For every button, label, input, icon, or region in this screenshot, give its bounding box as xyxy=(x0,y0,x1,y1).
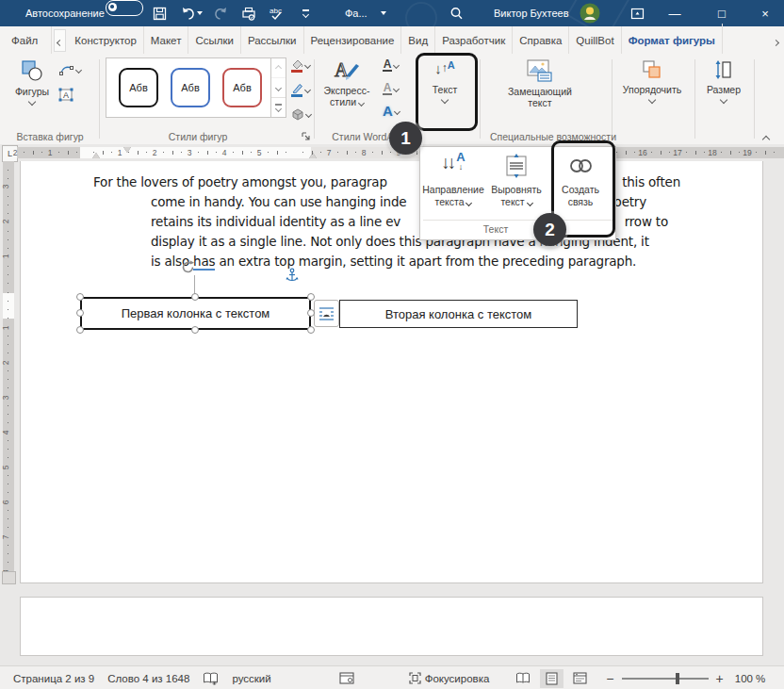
h-ruler-number: 17 xyxy=(673,148,681,157)
document-name-dropdown-icon[interactable] xyxy=(377,0,390,26)
document-name[interactable]: Фа... xyxy=(345,0,368,26)
arrange-button[interactable]: Упорядочить xyxy=(617,59,687,103)
gallery-scroll xyxy=(270,58,286,117)
window-minimize-button[interactable]: — xyxy=(656,0,694,26)
shape-style-3[interactable]: Абв xyxy=(222,68,262,107)
page-indicator[interactable]: Страница 2 из 9 xyxy=(13,673,94,684)
tab-developer[interactable]: Разработчик xyxy=(435,26,513,54)
resize-handle-w[interactable] xyxy=(76,309,84,317)
tab-quillbot[interactable]: QuillBot xyxy=(569,26,621,54)
tab-help[interactable]: Справка xyxy=(513,26,569,54)
shape-style-2[interactable]: Абв xyxy=(171,68,210,107)
zoom-slider[interactable] xyxy=(622,678,709,680)
resize-handle-sw[interactable] xyxy=(76,326,84,334)
zoom-in-icon[interactable]: + xyxy=(716,671,724,686)
first-line-indent-marker[interactable] xyxy=(123,147,131,153)
text-effects-button[interactable]: А xyxy=(383,107,400,116)
ribbon-tabs: ФайлКонструкторМакетСсылкиРассылкиРеценз… xyxy=(0,26,723,54)
autosave-label: Автосохранение xyxy=(25,0,105,26)
word-window: Автосохранение abc Фа... Виктор Бухтеев xyxy=(0,0,784,689)
edit-shape-button[interactable] xyxy=(58,63,81,77)
document-text-line: is also has an extra top margin, setting… xyxy=(151,254,636,269)
grammar-underline: has xyxy=(193,254,215,271)
shape-outline-button[interactable] xyxy=(290,83,310,97)
shapes-icon xyxy=(21,59,43,84)
alt-text-button[interactable]: Замещающийтекст xyxy=(507,59,573,108)
tab-view[interactable]: Вид xyxy=(401,26,435,54)
h-ruler-number: 16 xyxy=(638,148,646,157)
text-fill-button[interactable]: А xyxy=(383,59,399,72)
print-preview-icon[interactable] xyxy=(237,0,260,26)
right-indent-marker[interactable] xyxy=(309,153,317,158)
hanging-indent-marker[interactable] xyxy=(92,153,100,158)
quick-styles-button[interactable]: A Экспресс- стили xyxy=(318,58,375,107)
zoom-level[interactable]: 100 % xyxy=(735,673,766,684)
shape-effects-button[interactable] xyxy=(290,107,311,121)
zoom-slider-thumb[interactable] xyxy=(676,673,679,684)
ribbon-display-options-icon[interactable] xyxy=(626,0,648,26)
tab-mailings[interactable]: Рассылки xyxy=(241,26,304,54)
save-icon[interactable] xyxy=(148,0,171,26)
focus-mode-button[interactable]: Фокусировка xyxy=(409,672,490,684)
align-text-icon xyxy=(504,151,529,181)
resize-handle-n[interactable] xyxy=(191,293,199,301)
tab-review[interactable]: Рецензирование xyxy=(304,26,402,54)
word-count[interactable]: Слово 4 из 1648 xyxy=(107,673,189,684)
h-ruler-number: 2 xyxy=(153,148,157,157)
text-outline-button[interactable]: А xyxy=(383,83,399,95)
web-layout-button[interactable] xyxy=(567,669,593,687)
arrange-icon xyxy=(642,59,662,82)
text-direction-icon: ↓↓ A↓ xyxy=(441,151,465,181)
window-close-button[interactable]: × xyxy=(746,0,784,26)
quick-access-more-icon[interactable] xyxy=(294,0,317,26)
alt-text-icon xyxy=(527,59,553,84)
textbox-first-column[interactable]: Первая колонка с текстом xyxy=(80,297,311,330)
h-ruler-number: 18 xyxy=(708,148,716,157)
tab-layout[interactable]: Макет xyxy=(144,26,189,54)
avatar[interactable] xyxy=(579,0,601,26)
rotate-handle-icon[interactable] xyxy=(180,259,196,279)
resize-handle-se[interactable] xyxy=(307,326,315,334)
proofing-errors-icon[interactable] xyxy=(203,672,219,685)
h-ruler-number: 1 xyxy=(118,148,122,157)
shape-fill-button[interactable] xyxy=(290,58,310,73)
tab-design[interactable]: Конструктор xyxy=(68,26,144,54)
window-maximize-button[interactable]: □ xyxy=(703,0,741,26)
print-layout-button[interactable] xyxy=(540,669,564,688)
shape-style-1[interactable]: Абв xyxy=(119,68,158,107)
menu-item-text-direction[interactable]: ↓↓ A↓ Направлениетекста xyxy=(423,151,483,219)
gallery-more-icon[interactable] xyxy=(271,98,286,117)
size-button[interactable]: Размер xyxy=(699,59,748,103)
language-indicator[interactable]: русский xyxy=(232,673,270,684)
resize-handle-s[interactable] xyxy=(191,326,199,334)
text-box-button[interactable]: A xyxy=(58,88,74,102)
shapes-button[interactable]: Фигуры xyxy=(9,59,55,105)
undo-dropdown-icon[interactable] xyxy=(194,0,205,26)
resize-handle-e[interactable] xyxy=(307,309,315,317)
macro-record-icon[interactable] xyxy=(339,672,354,684)
page-3[interactable] xyxy=(20,597,763,656)
zoom-out-icon[interactable]: − xyxy=(606,671,613,686)
spellcheck-icon[interactable]: abc xyxy=(266,0,288,26)
tab-references[interactable]: Ссылки xyxy=(188,26,241,54)
tab-scroll-left-icon[interactable] xyxy=(54,29,66,52)
tab-shape-format[interactable]: Формат фигуры xyxy=(622,24,723,57)
read-mode-button[interactable] xyxy=(510,669,536,687)
group-label-insert-shapes: Вставка фигур xyxy=(4,131,96,142)
menu-item-align-text[interactable]: Выровнятьтекст xyxy=(486,151,547,219)
user-name[interactable]: Виктор Бухтеев xyxy=(494,0,568,26)
resize-handle-ne[interactable] xyxy=(307,293,315,301)
layout-options-button[interactable] xyxy=(314,300,339,327)
resize-handle-nw[interactable] xyxy=(76,293,84,301)
gallery-scroll-down-icon[interactable] xyxy=(271,78,286,98)
shape-styles-dialog-launcher-icon[interactable] xyxy=(302,132,311,141)
tab-file[interactable]: Файл xyxy=(0,26,52,54)
focus-icon xyxy=(409,672,421,684)
tab-scroll-right-icon[interactable] xyxy=(774,32,778,49)
gallery-scroll-up-icon[interactable] xyxy=(271,58,286,78)
autosave-toggle[interactable] xyxy=(106,0,143,16)
textbox-second-column[interactable]: Вторая колонка с текстом xyxy=(339,300,578,328)
search-icon[interactable] xyxy=(445,0,467,26)
annotation-box-text-button xyxy=(416,53,478,131)
group-label-shape-styles: Стили фигур xyxy=(141,131,254,142)
